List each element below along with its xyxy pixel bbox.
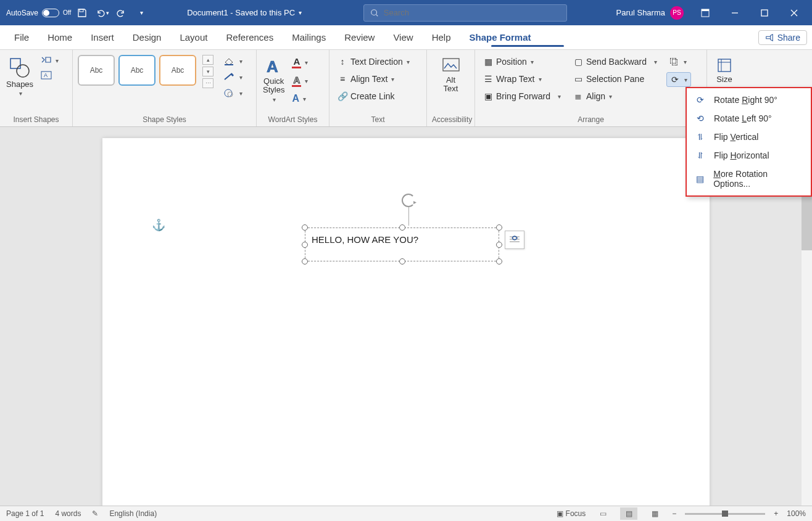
shape-style-gallery[interactable]: Abc Abc Abc [78, 55, 196, 86]
resize-handle-se[interactable] [496, 258, 502, 265]
tab-design[interactable]: Design [123, 25, 171, 49]
text-direction-button[interactable]: ↕Text Direction▾ [334, 55, 412, 68]
tab-insert[interactable]: Insert [81, 25, 123, 49]
chevron-down-icon: ▾ [19, 90, 22, 97]
resize-handle-w[interactable] [302, 242, 308, 248]
search-input[interactable] [384, 8, 560, 17]
send-backward-icon: ▢ [573, 56, 584, 67]
resize-handle-sw[interactable] [302, 258, 308, 265]
tab-layout[interactable]: Layout [170, 25, 217, 49]
resize-handle-n[interactable] [399, 224, 405, 231]
style-thumb-3[interactable]: Abc [159, 55, 196, 86]
shapes-gallery-button[interactable]: Shapes ▾ [5, 55, 35, 99]
language[interactable]: English (India) [109, 509, 157, 518]
rotate-icon: ⟳ [669, 74, 681, 85]
svg-rect-13 [443, 59, 459, 71]
user-account[interactable]: Parul Sharma PS [616, 6, 684, 20]
rotate-left-90-item[interactable]: ⟲Rotate Left 90° [687, 109, 811, 128]
text-fill-button[interactable]: A▾ [289, 55, 310, 70]
rotation-handle[interactable]: ▸ [402, 194, 415, 226]
bring-forward-icon: ▣ [483, 91, 494, 102]
align-text-button[interactable]: ≡Align Text▾ [334, 72, 412, 86]
spellcheck-icon[interactable]: ✎ [92, 509, 98, 518]
resize-handle-ne[interactable] [496, 224, 502, 231]
shape-effects-button[interactable]: ▾ [221, 87, 245, 99]
ribbon-display-options[interactable] [691, 1, 719, 25]
redo-button[interactable] [113, 4, 130, 22]
close-button[interactable] [780, 1, 808, 25]
autosave-toggle[interactable]: AutoSave Off [6, 9, 71, 17]
rotate-right-90-item[interactable]: ⟳Rotate Right 90° [687, 91, 811, 109]
selection-pane-button[interactable]: ▭Selection Pane [570, 72, 663, 86]
tab-references[interactable]: References [217, 25, 283, 49]
tab-shape-format[interactable]: Shape Format [460, 25, 541, 49]
textbox-icon: A [41, 71, 52, 80]
zoom-slider-knob[interactable] [722, 511, 728, 517]
shape-fill-button[interactable]: ▾ [221, 55, 245, 67]
group-accessibility: Alt Text Accessibility [427, 50, 475, 126]
resize-handle-s[interactable] [399, 258, 405, 265]
size-button[interactable]: Size [715, 55, 734, 86]
gallery-scroll[interactable]: ▴▾⋯ [202, 55, 213, 88]
resize-handle-e[interactable] [496, 242, 502, 248]
svg-rect-4 [761, 10, 768, 16]
style-thumb-1[interactable]: Abc [78, 55, 115, 86]
svg-point-6 [17, 65, 29, 77]
send-backward-button[interactable]: ▢Send Backward▾ [570, 55, 663, 68]
maximize-button[interactable] [750, 1, 779, 25]
align-button[interactable]: ≣Align▾ [570, 89, 663, 103]
more-rotation-options-item[interactable]: ▤More Rotation Options... [687, 165, 811, 193]
search-box[interactable] [363, 4, 567, 22]
share-button[interactable]: Share [758, 30, 807, 45]
word-count[interactable]: 4 words [55, 509, 81, 518]
layout-options-button[interactable] [505, 231, 524, 249]
document-title[interactable]: Document1 - Saved to this PC ▾ [187, 8, 302, 17]
save-button[interactable] [73, 4, 91, 22]
resize-handle-nw[interactable] [302, 224, 308, 231]
qat-customize[interactable]: ▾ [133, 4, 150, 22]
tab-file[interactable]: File [5, 25, 38, 49]
selected-textbox[interactable]: HELLO, HOW ARE YOU? [305, 228, 499, 261]
position-button[interactable]: ▦Position▾ [480, 55, 566, 68]
flip-horizontal-item[interactable]: ⥯Flip Horizontal [687, 146, 811, 165]
tab-review[interactable]: Review [335, 25, 384, 49]
draw-textbox-button[interactable]: A [38, 70, 61, 81]
web-layout-button[interactable]: ▦ [646, 507, 663, 520]
shape-outline-button[interactable]: ▾ [221, 71, 245, 83]
wordart-A-icon: A [265, 57, 283, 76]
avatar: PS [670, 6, 684, 20]
tab-view[interactable]: View [384, 25, 422, 49]
minimize-button[interactable] [721, 1, 749, 25]
zoom-in-button[interactable]: + [774, 509, 778, 518]
zoom-slider[interactable] [685, 513, 765, 515]
zoom-out-button[interactable]: − [672, 509, 676, 518]
undo-button[interactable]: ▾ [93, 4, 110, 22]
print-layout-button[interactable]: ▤ [620, 507, 637, 520]
text-outline-button[interactable]: A▾ [289, 73, 310, 88]
focus-mode-button[interactable]: ▣ Focus [557, 509, 586, 518]
align-icon: ≣ [573, 91, 584, 102]
rotate-button[interactable]: ⟳▾ [666, 72, 691, 87]
position-icon: ▦ [483, 56, 494, 67]
zoom-level[interactable]: 100% [787, 509, 806, 518]
alt-text-button[interactable]: Alt Text [441, 55, 462, 96]
wrap-text-button[interactable]: ☰Wrap Text▾ [480, 72, 566, 86]
group-insert-shapes: Shapes ▾ ▾ A Insert Shapes [0, 50, 73, 126]
read-mode-button[interactable]: ▭ [594, 507, 611, 520]
page-number[interactable]: Page 1 of 1 [6, 509, 44, 518]
tab-mailings[interactable]: Mailings [283, 25, 335, 49]
group-objects-button[interactable]: ⿻▾ [666, 55, 691, 68]
tab-help[interactable]: Help [423, 25, 460, 49]
bring-forward-button[interactable]: ▣Bring Forward▾ [480, 89, 566, 103]
share-icon [765, 33, 774, 42]
flip-vertical-item[interactable]: ⥮Flip Vertical [687, 128, 811, 146]
create-link-button[interactable]: 🔗Create Link [334, 89, 412, 103]
page[interactable]: ⚓ ▸ HELLO, HOW ARE YOU? [102, 138, 710, 521]
tab-home[interactable]: Home [38, 25, 81, 49]
style-thumb-2[interactable]: Abc [118, 55, 155, 86]
svg-rect-5 [10, 59, 20, 68]
text-effects-button[interactable]: A▾ [289, 92, 310, 105]
group-arrange: ▦Position▾ ☰Wrap Text▾ ▣Bring Forward▾ ▢… [475, 50, 707, 126]
quick-styles-button[interactable]: A Quick Styles▾ [262, 55, 286, 105]
edit-shape-button[interactable]: ▾ [38, 55, 61, 66]
